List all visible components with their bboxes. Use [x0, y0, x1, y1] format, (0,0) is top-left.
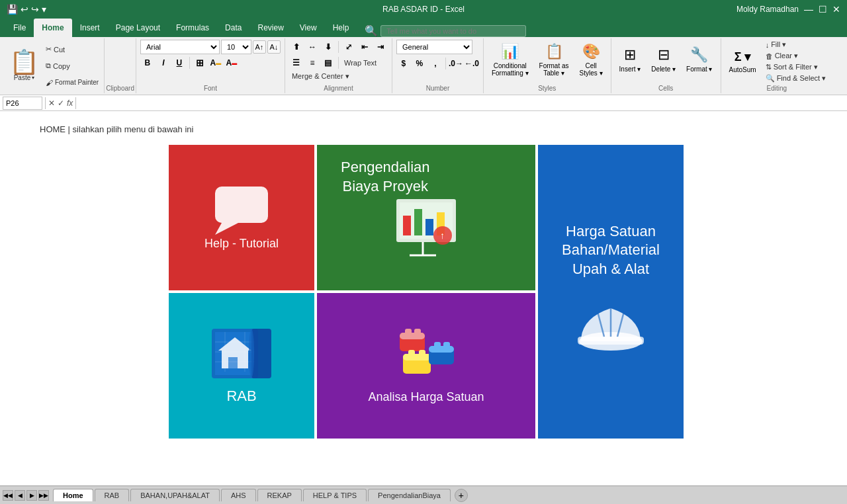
sheet-last-btn[interactable]: ▶▶ — [38, 490, 49, 501]
delete-btn[interactable]: ⊟ Delete ▾ — [647, 40, 680, 79]
cut-button[interactable]: ✂ Cut — [43, 44, 101, 54]
merge-center-btn[interactable]: Merge & Center ▾ — [289, 71, 352, 81]
currency-btn[interactable]: $ — [396, 56, 411, 71]
fill-color-button[interactable]: A▬ — [208, 56, 223, 70]
tab-data[interactable]: Data — [217, 19, 249, 37]
alignment-group-label: Alignment — [289, 85, 388, 92]
font-format-row: B I U ⊞ A▬ A▬ — [140, 56, 281, 70]
sheet-prev-btn[interactable]: ◀ — [15, 490, 25, 501]
align-center-btn[interactable]: ≡ — [305, 56, 320, 70]
insert-function-icon[interactable]: fx — [67, 99, 73, 108]
font-color-button[interactable]: A▬ — [224, 56, 239, 70]
tab-home[interactable]: Home — [34, 19, 71, 37]
fill-btn[interactable]: ↓ Fill ▾ — [763, 40, 828, 50]
sheet-first-btn[interactable]: ◀◀ — [3, 490, 13, 501]
tab-formulas[interactable]: Formulas — [168, 19, 217, 37]
percent-btn[interactable]: % — [412, 56, 427, 71]
format-table-btn[interactable]: 📋 Format asTable ▾ — [535, 40, 573, 79]
menu-cell-pengendalian[interactable]: PengendalianBiaya Proyek ↑ — [317, 145, 535, 290]
menu-cell-help-tutorial[interactable]: Help - Tutorial — [169, 145, 314, 290]
clipboard-group-label: Clipboard — [105, 38, 136, 93]
search-input[interactable] — [380, 25, 526, 37]
decrease-decimal-btn[interactable]: ←.0 — [465, 56, 479, 71]
format-btn[interactable]: 🔧 Format ▾ — [682, 40, 716, 79]
copy-button[interactable]: ⧉ Copy — [43, 61, 101, 71]
ribbon-group-number: General $ % , .0→ ←.0 Number — [392, 38, 484, 93]
increase-font-btn[interactable]: A↑ — [253, 40, 266, 54]
tab-review[interactable]: Review — [249, 19, 291, 37]
tab-help-tips-sheet[interactable]: HELP & TIPS — [303, 489, 367, 501]
search-icon: 🔍 — [365, 24, 378, 37]
paste-button[interactable]: 📋 Paste ▾ — [5, 40, 43, 92]
underline-button[interactable]: U — [172, 56, 187, 70]
cancel-formula-icon[interactable]: ✕ — [48, 99, 55, 108]
tab-insert[interactable]: Insert — [72, 19, 108, 37]
tab-rekap-sheet[interactable]: REKAP — [257, 489, 302, 501]
align-right-btn[interactable]: ▤ — [321, 56, 335, 70]
restore-icon[interactable]: ☐ — [819, 4, 827, 15]
conditional-formatting-btn[interactable]: 📊 ConditionalFormatting ▾ — [488, 40, 533, 79]
tab-ahs-sheet[interactable]: AHS — [221, 489, 256, 501]
cell-styles-btn[interactable]: 🎨 CellStyles ▾ — [576, 40, 607, 79]
tab-rab-sheet[interactable]: RAB — [95, 489, 130, 501]
wrap-text-btn[interactable]: Wrap Text — [341, 58, 379, 67]
tab-file[interactable]: File — [5, 19, 34, 37]
comma-btn[interactable]: , — [428, 56, 443, 71]
italic-button[interactable]: I — [156, 56, 171, 70]
close-icon[interactable]: ✕ — [832, 4, 840, 15]
tab-bahan-sheet[interactable]: BAHAN,UPAH&ALAT — [130, 489, 220, 501]
autosum-label: AutoSum — [729, 66, 756, 73]
ribbon-group-alignment: ⬆ ↔ ⬇ ⤢ ⇤ ⇥ ☰ ≡ ▤ Wrap Text Merge & Cent… — [285, 38, 392, 93]
font-name-select[interactable]: Arial — [140, 40, 220, 54]
formula-bar-divider2 — [75, 97, 76, 109]
font-size-select[interactable]: 10 — [221, 40, 251, 54]
align-middle-btn[interactable]: ↔ — [305, 40, 320, 54]
decrease-font-btn[interactable]: A↓ — [267, 40, 281, 54]
presentation-chart-icon: ↑ — [386, 196, 466, 262]
editing-group-label: Editing — [725, 85, 829, 92]
menu-cell-harga-satuan[interactable]: Harga SatuanBahan/MaterialUpah & Alat — [538, 145, 684, 439]
tab-page-layout[interactable]: Page Layout — [108, 19, 168, 37]
align-left-btn[interactable]: ☰ — [289, 56, 304, 70]
menu-cell-rab[interactable]: RAB — [169, 293, 314, 439]
menu-cell-ahs[interactable]: Analisa Harga Satuan — [317, 293, 535, 439]
find-select-btn[interactable]: 🔍 Find & Select ▾ — [763, 73, 828, 83]
customize-icon[interactable]: ▾ — [42, 4, 46, 15]
chat-bubble-icon — [212, 183, 271, 236]
ribbon-group-cells: ⊞ Insert ▾ ⊟ Delete ▾ 🔧 Format ▾ Cells — [611, 38, 721, 93]
svg-rect-36 — [429, 346, 454, 353]
insert-btn[interactable]: ⊞ Insert ▾ — [615, 40, 645, 79]
confirm-formula-icon[interactable]: ✓ — [58, 99, 64, 108]
copy-icon: ⧉ — [46, 62, 51, 70]
text-direction-btn[interactable]: ⤢ — [341, 40, 356, 54]
redo-icon[interactable]: ↪ — [31, 4, 39, 15]
tab-home-sheet[interactable]: Home — [53, 489, 93, 501]
minimize-icon[interactable]: — — [804, 4, 813, 15]
undo-icon[interactable]: ↩ — [21, 4, 28, 15]
sort-filter-btn[interactable]: ⇅ Sort & Filter ▾ — [763, 62, 828, 72]
svg-marker-1 — [215, 223, 238, 235]
svg-rect-25 — [251, 329, 271, 378]
svg-text:↑: ↑ — [440, 230, 445, 241]
tab-help[interactable]: Help — [325, 19, 357, 37]
format-painter-button[interactable]: 🖌 Format Painter — [43, 78, 101, 87]
indent-decrease-btn[interactable]: ⇤ — [357, 40, 372, 54]
cell-reference-box[interactable] — [3, 97, 42, 110]
clear-btn[interactable]: 🗑 Clear ▾ — [763, 51, 828, 61]
save-icon[interactable]: 💾 — [7, 4, 18, 15]
align-top-btn[interactable]: ⬆ — [289, 40, 304, 54]
autosum-btn[interactable]: Σ ▾ AutoSum — [725, 40, 760, 83]
borders-button[interactable]: ⊞ — [193, 56, 207, 70]
indent-increase-btn[interactable]: ⇥ — [373, 40, 388, 54]
number-format-select[interactable]: General — [396, 40, 472, 54]
align-bottom-btn[interactable]: ⬇ — [321, 40, 335, 54]
add-sheet-button[interactable]: + — [455, 489, 468, 502]
tab-view[interactable]: View — [292, 19, 325, 37]
number-row2: $ % , .0→ ←.0 — [396, 56, 479, 71]
sheet-next-btn[interactable]: ▶ — [26, 490, 37, 501]
increase-decimal-btn[interactable]: .0→ — [449, 56, 463, 71]
delete-icon: ⊟ — [658, 46, 670, 63]
formula-input[interactable] — [79, 99, 844, 108]
tab-pengendalian-sheet[interactable]: PengendalianBiaya — [368, 489, 451, 501]
bold-button[interactable]: B — [140, 56, 155, 70]
